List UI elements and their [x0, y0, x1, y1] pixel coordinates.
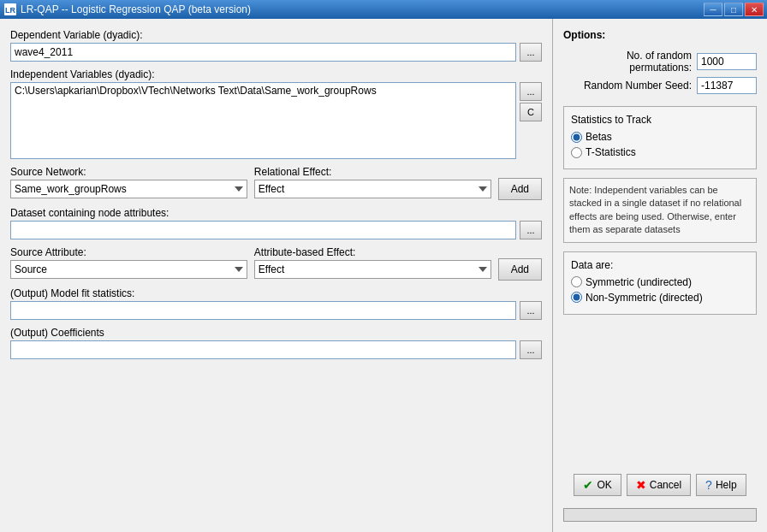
symmetric-radio[interactable] [571, 276, 582, 287]
action-buttons: ✔ OK ✖ Cancel ? Help [563, 474, 757, 496]
svg-text:LR: LR [5, 6, 15, 15]
statistics-label: Statistics to Track [571, 114, 749, 126]
dependent-variable-section: Dependent Variable (dyadic): ... [10, 29, 542, 62]
dependent-variable-label: Dependent Variable (dyadic): [10, 29, 542, 41]
cancel-icon: ✖ [636, 478, 646, 492]
left-panel: Dependent Variable (dyadic): ... Indepen… [0, 19, 553, 532]
independent-variables-textarea[interactable] [10, 82, 516, 159]
independent-variables-clear-button[interactable]: C [520, 103, 542, 121]
ok-button[interactable]: ✔ OK [574, 474, 621, 496]
betas-label: Betas [586, 131, 612, 143]
progress-bar [563, 508, 757, 522]
source-network-select[interactable]: Same_work_groupRows [10, 180, 247, 198]
independent-variables-browse-button[interactable]: ... [520, 82, 542, 101]
source-attribute-row: Source Attribute: Source Attribute-based… [10, 246, 542, 281]
source-attribute-select[interactable]: Source [10, 260, 247, 279]
note-text: Note: Independent variables can be stack… [563, 178, 757, 243]
output-coefficients-input[interactable] [10, 340, 516, 359]
app-icon: LR [3, 3, 17, 16]
random-seed-label: Random Number Seed: [584, 80, 692, 92]
add-button-2[interactable]: Add [498, 258, 542, 281]
betas-radio-row: Betas [571, 131, 749, 143]
symmetric-label: Symmetric (undirected) [586, 276, 692, 288]
minimize-button[interactable]: ─ [704, 3, 722, 16]
output-model-fit-browse-button[interactable]: ... [520, 301, 542, 320]
relational-effect-select[interactable]: Effect [254, 180, 491, 198]
help-label: Help [716, 479, 737, 491]
relational-effect-label: Relational Effect: [254, 166, 491, 178]
help-button[interactable]: ? Help [696, 474, 746, 496]
dependent-variable-browse-button[interactable]: ... [520, 43, 542, 62]
cancel-button[interactable]: ✖ Cancel [627, 474, 691, 496]
independent-variables-section: Independent Variables (dyadic): ... C [10, 68, 542, 159]
data-are-label: Data are: [571, 259, 749, 271]
help-icon: ? [705, 478, 712, 492]
tstatistics-radio-row: T-Statistics [571, 146, 749, 158]
nonsymmetric-radio-row: Non-Symmetric (directed) [571, 292, 749, 304]
nonsymmetric-radio[interactable] [571, 292, 582, 303]
dataset-label: Dataset containing node attributes: [10, 207, 542, 219]
permutations-label: No. of random permutations: [563, 50, 692, 74]
statistics-group: Statistics to Track Betas T-Statistics [563, 106, 757, 169]
output-coefficients-label: (Output) Coefficients [10, 327, 542, 339]
tstatistics-radio[interactable] [571, 147, 582, 158]
permutations-section: No. of random permutations: Random Numbe… [563, 50, 757, 98]
betas-radio[interactable] [571, 132, 582, 143]
maximize-button[interactable]: □ [724, 3, 743, 16]
output-coefficients-browse-button[interactable]: ... [520, 340, 542, 359]
options-label: Options: [563, 29, 757, 41]
cancel-label: Cancel [650, 479, 681, 491]
random-seed-input[interactable] [697, 77, 757, 94]
window-controls: ─ □ ✕ [704, 3, 764, 16]
right-panel: Options: No. of random permutations: Ran… [553, 19, 767, 532]
dataset-section: Dataset containing node attributes: ... [10, 207, 542, 239]
source-network-label: Source Network: [10, 166, 247, 178]
independent-variables-label: Independent Variables (dyadic): [10, 68, 542, 80]
attribute-based-effect-label: Attribute-based Effect: [254, 246, 491, 258]
source-attribute-label: Source Attribute: [10, 246, 247, 258]
title-bar: LR LR-QAP -- Logistic Regression QAP (be… [0, 0, 767, 19]
nonsymmetric-label: Non-Symmetric (directed) [586, 292, 703, 304]
data-group: Data are: Symmetric (undirected) Non-Sym… [563, 251, 757, 315]
dataset-browse-button[interactable]: ... [520, 221, 542, 239]
ok-label: OK [597, 479, 611, 491]
add-button-1[interactable]: Add [498, 178, 542, 200]
attribute-based-effect-select[interactable]: Effect [254, 260, 491, 279]
permutations-input[interactable] [697, 53, 757, 70]
output-coefficients-section: (Output) Coefficients ... [10, 327, 542, 359]
output-model-fit-section: (Output) Model fit statistics: ... [10, 287, 542, 320]
tstatistics-label: T-Statistics [586, 146, 636, 158]
ok-icon: ✔ [583, 478, 593, 492]
window-title: LR-QAP -- Logistic Regression QAP (beta … [21, 3, 251, 15]
output-model-fit-input[interactable] [10, 301, 516, 320]
output-model-fit-label: (Output) Model fit statistics: [10, 287, 542, 299]
symmetric-radio-row: Symmetric (undirected) [571, 276, 749, 288]
dataset-input[interactable] [10, 221, 516, 239]
source-network-row: Source Network: Same_work_groupRows Rela… [10, 166, 542, 200]
dependent-variable-input[interactable] [10, 43, 516, 62]
close-button[interactable]: ✕ [745, 3, 764, 16]
